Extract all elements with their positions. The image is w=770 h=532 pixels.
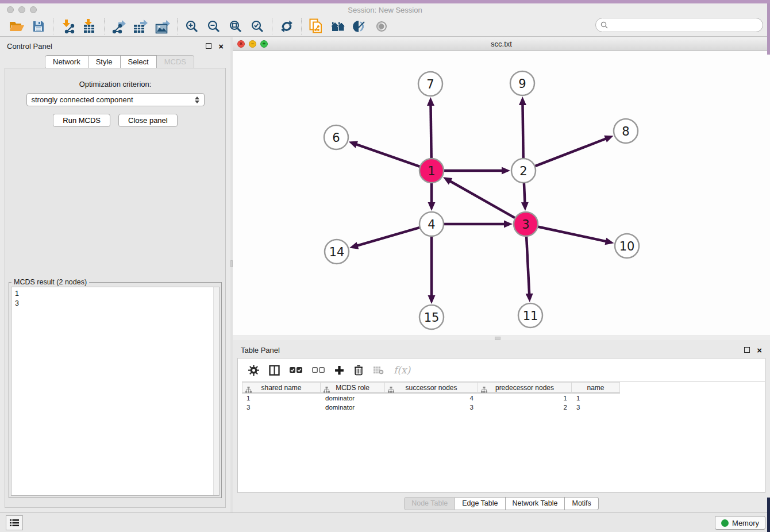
graph-edge-2-3[interactable] [521,183,529,211]
graph-edge-1-7[interactable] [427,97,434,159]
graph-edge-2-9[interactable] [519,97,526,159]
zoom-out-button[interactable] [203,17,225,36]
graph-node-9[interactable]: 9 [510,71,534,95]
column-header-successor-nodes[interactable]: successor nodes [385,382,478,394]
control-panel: Control Panel × Network Style Select MCD… [0,37,230,512]
list-icon [10,519,19,527]
column-header-MCDS-role[interactable]: MCDS role [321,382,385,394]
result-scrollbar[interactable] [213,287,219,495]
graph-node-7[interactable]: 7 [418,72,442,96]
tab-select[interactable]: Select [121,55,157,69]
graph-edge-4-3[interactable] [444,221,513,228]
tab-mcds[interactable]: MCDS [157,55,194,69]
close-table-panel-icon[interactable]: × [757,346,762,354]
graph-edge-3-1[interactable] [443,177,515,218]
tab-edge-table[interactable]: Edge Table [455,497,505,510]
tab-network[interactable]: Network [45,55,88,69]
apply-layout-button[interactable] [276,17,298,36]
table-panel: Table Panel × [233,341,770,512]
task-history-button[interactable] [6,515,23,530]
graph-node-3[interactable]: 3 [514,212,538,236]
graph-edge-1-4[interactable] [428,183,436,211]
mcds-result-text[interactable]: 1 3 [11,287,220,496]
zoom-in-button[interactable] [181,17,203,36]
control-panel-header: Control Panel × [0,37,230,55]
graph-edge-2-8[interactable] [535,136,614,167]
zoom-in-icon [185,20,199,33]
graph-node-11[interactable]: 11 [518,303,542,327]
hide-graphics-details-button[interactable] [371,17,392,36]
svg-text:9: 9 [518,77,526,91]
graph-edge-3-11[interactable] [526,236,533,302]
hscroll-grip[interactable] [495,337,500,340]
toolbar-separator [177,18,178,34]
run-mcds-button[interactable]: Run MCDS [53,114,110,127]
graph-node-15[interactable]: 15 [419,305,444,329]
graph-edge-1-6[interactable] [349,141,420,167]
export-network-button[interactable] [108,17,130,36]
deselect-all-icon[interactable] [312,367,325,373]
show-style-details-button[interactable] [349,17,371,36]
column-header-shared-name[interactable]: shared name [242,382,321,394]
column-header-name[interactable]: name [572,382,620,394]
import-table-button[interactable] [79,17,101,36]
column-label: predecessor nodes [495,384,554,392]
delete-rows-trash-icon[interactable] [354,365,363,376]
table-cell: dominator [321,403,385,412]
network-hscrollbar[interactable] [233,336,770,340]
eye-icon [374,21,390,32]
duplicate-network-view-button[interactable] [305,17,327,36]
close-panel-button[interactable]: Close panel [118,114,178,127]
select-all-icon[interactable] [290,367,302,373]
graph-edge-4-15[interactable] [428,236,436,304]
show-columns-icon[interactable] [269,365,280,376]
export-table-button[interactable] [130,17,152,36]
tab-network-table[interactable]: Network Table [506,497,565,510]
memory-label: Memory [732,519,759,527]
desktop-corner [767,498,770,532]
graph-node-6[interactable]: 6 [324,125,348,149]
graph-node-2[interactable]: 2 [511,159,536,183]
table-row[interactable]: 3dominator323 [242,403,765,412]
tab-node-table[interactable]: Node Table [404,497,455,510]
graph-node-1[interactable]: 1 [419,159,444,183]
export-image-button[interactable] [152,17,174,36]
add-row-plus-icon[interactable] [334,365,344,375]
column-header-predecessor-nodes[interactable]: predecessor nodes [478,382,572,394]
table-options-gear-icon[interactable] [248,365,259,376]
graph-node-10[interactable]: 10 [615,234,639,258]
column-label: MCDS role [336,384,369,392]
network-canvas[interactable]: 7968124314101511 [233,51,770,336]
float-panel-icon[interactable] [206,43,211,49]
graph-edge-3-10[interactable] [538,226,614,245]
tab-motifs[interactable]: Motifs [565,497,598,510]
network-graph[interactable]: 7968124314101511 [233,51,770,336]
open-session-button[interactable] [6,17,28,36]
graph-node-8[interactable]: 8 [614,119,638,143]
svg-text:8: 8 [622,125,629,138]
search-icon [600,21,608,29]
graph-edge-1-2[interactable] [444,167,510,175]
zoom-selected-button[interactable] [247,17,268,36]
function-builder-icon[interactable]: f(x) [394,364,410,376]
import-network-button[interactable] [57,17,79,36]
table-panel-header: Table Panel × [233,341,770,358]
table-row[interactable]: 1dominator411 [242,394,765,403]
zoom-fit-button[interactable] [225,17,247,36]
graph-node-4[interactable]: 4 [419,212,444,236]
graph-node-14[interactable]: 14 [325,240,349,264]
home-network-view-button[interactable] [327,17,349,36]
graph-edge-4-14[interactable] [349,228,420,249]
float-table-panel-icon[interactable] [744,347,750,353]
memory-button[interactable]: Memory [715,516,765,530]
search-input[interactable] [610,20,763,31]
tab-style[interactable]: Style [88,55,121,69]
search-field[interactable] [595,18,763,32]
table-header-row: shared nameMCDS rolesuccessor nodesprede… [242,381,765,394]
optimization-criterion-select[interactable]: strongly connected component [26,93,205,106]
table-cell: dominator [321,394,385,403]
close-panel-icon[interactable]: × [218,42,224,51]
delete-table-icon[interactable] [373,366,384,375]
save-session-button[interactable] [28,17,49,36]
svg-text:14: 14 [329,245,345,259]
